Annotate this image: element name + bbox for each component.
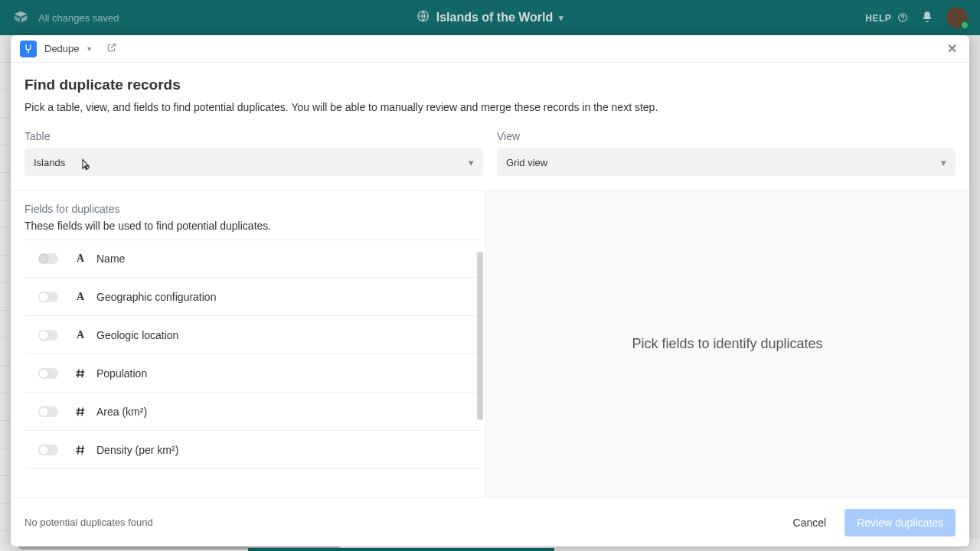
dedupe-block-icon	[20, 41, 37, 57]
text-field-icon	[72, 253, 89, 265]
field-toggle[interactable]	[38, 292, 58, 302]
field-row: Geographic configuration	[24, 278, 480, 316]
fields-list[interactable]: NameGeographic configurationGeologic loc…	[11, 240, 485, 474]
fields-desc: These fields will be used to find potent…	[24, 220, 471, 232]
field-name-label: Geologic location	[96, 329, 178, 341]
field-toggle[interactable]	[38, 253, 58, 264]
close-button[interactable]: ✕	[943, 41, 960, 57]
scrollbar-vertical[interactable]	[477, 252, 483, 420]
field-toggle[interactable]	[38, 445, 58, 455]
open-external-icon[interactable]	[106, 42, 117, 55]
field-name-label: Geographic configuration	[96, 291, 216, 303]
chevron-down-icon: ▾	[469, 157, 474, 168]
mouse-cursor	[78, 156, 90, 171]
text-field-icon	[72, 291, 89, 303]
number-field-icon	[72, 444, 89, 456]
modal-header: Dedupe ▾ ✕	[11, 35, 969, 63]
number-field-icon	[72, 367, 89, 380]
block-name[interactable]: Dedupe	[44, 43, 80, 54]
cancel-button[interactable]: Cancel	[786, 510, 835, 535]
text-field-icon	[72, 329, 89, 341]
field-toggle[interactable]	[38, 330, 58, 341]
close-icon: ✕	[947, 41, 957, 56]
preview-pane: Pick fields to identify duplicates	[485, 191, 969, 497]
page-subtitle: Pick a table, view, and fields to find p…	[24, 101, 956, 113]
table-select-value: Islands	[34, 157, 65, 168]
view-select-value: Grid view	[506, 157, 547, 168]
field-row: Population	[24, 354, 480, 393]
field-row: Name	[24, 240, 480, 278]
dedupe-modal: Dedupe ▾ ✕ Find duplicate records Pick a…	[11, 35, 969, 546]
field-name-label: Population	[96, 367, 147, 380]
field-toggle[interactable]	[38, 406, 58, 417]
fields-label: Fields for duplicates	[24, 203, 471, 215]
fields-pane: Fields for duplicates These fields will …	[11, 191, 485, 497]
field-name-label: Name	[96, 253, 125, 265]
chevron-down-icon: ▾	[941, 157, 946, 168]
field-toggle[interactable]	[38, 368, 58, 379]
page-title: Find duplicate records	[24, 77, 956, 93]
table-select[interactable]: Islands ▾	[24, 148, 483, 176]
table-label: Table	[24, 130, 483, 142]
field-name-label: Area (km²)	[96, 406, 147, 418]
review-duplicates-button[interactable]: Review duplicates	[844, 509, 956, 536]
field-row: Geologic location	[24, 316, 480, 354]
modal-footer: No potential duplicates found Cancel Rev…	[11, 497, 969, 546]
field-name-label: Density (per km²)	[96, 444, 178, 456]
footer-status: No potential duplicates found	[24, 517, 153, 528]
view-select[interactable]: Grid view ▾	[497, 148, 956, 176]
number-field-icon	[72, 406, 89, 418]
svg-point-3	[86, 165, 90, 169]
chevron-down-icon[interactable]: ▾	[87, 44, 91, 53]
preview-empty-message: Pick fields to identify duplicates	[632, 336, 822, 352]
view-label: View	[497, 130, 956, 142]
field-row: Density (per km²)	[24, 431, 480, 469]
field-row: Area (km²)	[24, 393, 480, 431]
